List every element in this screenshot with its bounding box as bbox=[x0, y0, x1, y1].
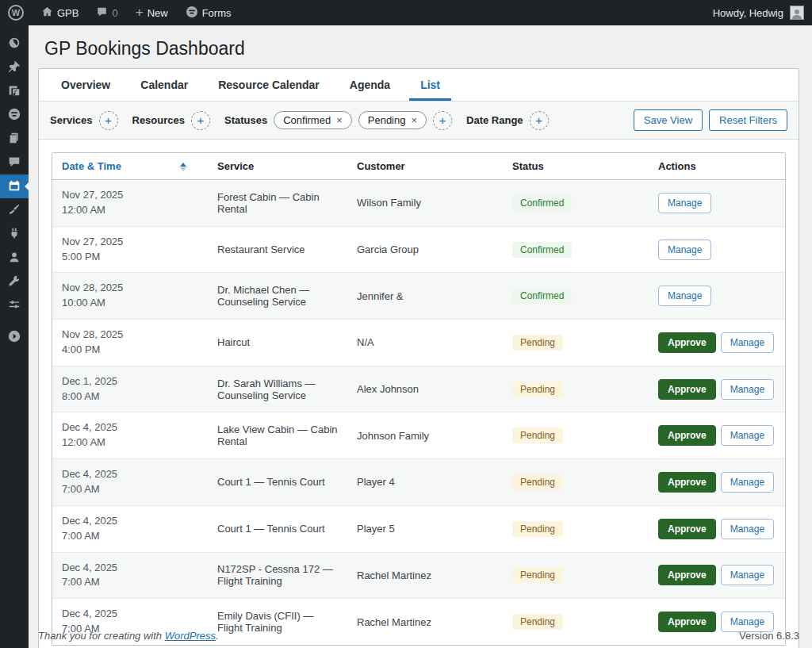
approve-button[interactable]: Approve bbox=[658, 332, 716, 353]
calendar-icon bbox=[7, 178, 21, 195]
wp-admin-bar: W GPB 0 + New Forms Howdy, Hedwig bbox=[0, 0, 812, 25]
approve-button[interactable]: Approve bbox=[658, 425, 716, 446]
approve-button[interactable]: Approve bbox=[658, 472, 716, 493]
customer-cell: Player 5 bbox=[347, 505, 503, 552]
page-title: GP Bookings Dashboard bbox=[29, 25, 812, 59]
pin-icon bbox=[7, 59, 21, 76]
services-filter-group: Services + bbox=[50, 111, 118, 130]
dashboard-icon bbox=[7, 36, 21, 52]
save-view-button[interactable]: Save View bbox=[634, 109, 703, 131]
status-badge: Confirmed bbox=[512, 242, 572, 258]
sidebar-item-pages[interactable] bbox=[0, 127, 29, 151]
add-resource-filter-button[interactable]: + bbox=[191, 111, 210, 130]
table-row: Nov 28, 20254:00 PM Haircut N/A Pending … bbox=[52, 320, 785, 366]
admin-footer: Thank you for creating with WordPress. V… bbox=[38, 630, 799, 642]
status-cell: Pending bbox=[503, 412, 649, 459]
howdy-user-menu[interactable]: Howdy, Hedwig bbox=[713, 7, 783, 19]
admin-content: GP Bookings Dashboard OverviewCalendarRe… bbox=[29, 25, 812, 648]
approve-button[interactable]: Approve bbox=[658, 519, 716, 539]
date-time-cell: Dec 1, 20258:00 AM bbox=[52, 366, 208, 412]
manage-button[interactable]: Manage bbox=[658, 286, 711, 306]
customer-cell: Garcia Group bbox=[347, 226, 503, 273]
service-cell: Dr. Sarah Williams — Counseling Service bbox=[208, 366, 347, 412]
tab-list[interactable]: List bbox=[409, 69, 451, 101]
status-badge: Confirmed bbox=[512, 195, 572, 211]
wordpress-link[interactable]: WordPress bbox=[165, 630, 216, 642]
service-cell: Court 1 — Tennis Court bbox=[208, 505, 347, 552]
column-header-service: Service bbox=[208, 153, 347, 180]
admin-sidebar bbox=[0, 25, 29, 648]
site-name-menu[interactable]: GPB bbox=[33, 0, 86, 25]
tab-agenda[interactable]: Agenda bbox=[339, 69, 401, 101]
table-row: Nov 27, 20255:00 PM Restaurant Service G… bbox=[52, 226, 785, 273]
sidebar-item-bookings-calendar[interactable] bbox=[0, 174, 29, 198]
manage-button[interactable]: Manage bbox=[721, 472, 774, 493]
service-cell: Dr. Michael Chen — Counseling Service bbox=[208, 273, 347, 320]
customer-cell: N/A bbox=[347, 320, 503, 366]
add-service-filter-button[interactable]: + bbox=[99, 111, 118, 130]
status-cell: Pending bbox=[503, 320, 649, 366]
date-time-cell: Nov 28, 20254:00 PM bbox=[52, 320, 208, 366]
chip-remove-icon[interactable]: × bbox=[411, 114, 417, 126]
filter-bar: Services + Resources + Statuses Confirme… bbox=[39, 102, 799, 140]
sidebar-item-comments[interactable] bbox=[0, 151, 29, 174]
settings-icon bbox=[7, 297, 21, 314]
user-avatar[interactable] bbox=[790, 6, 804, 20]
manage-button[interactable]: Manage bbox=[721, 519, 774, 539]
actions-cell: Manage bbox=[649, 180, 785, 227]
add-status-filter-button[interactable]: + bbox=[433, 111, 452, 130]
manage-button[interactable]: Manage bbox=[721, 332, 774, 353]
new-label: New bbox=[147, 7, 168, 19]
users-icon bbox=[7, 250, 21, 266]
resources-filter-group: Resources + bbox=[132, 111, 210, 130]
manage-button[interactable]: Manage bbox=[721, 565, 774, 585]
collapse-menu-button[interactable] bbox=[0, 325, 29, 349]
status-chip-confirmed[interactable]: Confirmed× bbox=[274, 111, 352, 129]
date-time-cell: Nov 28, 202510:00 AM bbox=[52, 273, 208, 320]
manage-button[interactable]: Manage bbox=[658, 193, 711, 213]
sidebar-item-tools[interactable] bbox=[0, 270, 29, 293]
status-cell: Confirmed bbox=[503, 180, 649, 227]
resources-filter-label: Resources bbox=[132, 114, 185, 126]
status-cell: Confirmed bbox=[503, 226, 649, 273]
customer-cell: Wilson Family bbox=[347, 180, 503, 227]
view-tabs: OverviewCalendarResource CalendarAgendaL… bbox=[39, 69, 799, 102]
customer-cell: Jennifer & bbox=[347, 273, 503, 320]
manage-button[interactable]: Manage bbox=[721, 379, 774, 400]
sidebar-item-users[interactable] bbox=[0, 246, 29, 270]
column-header-date-time[interactable]: Date & Time bbox=[52, 153, 208, 180]
status-chip-pending[interactable]: Pending× bbox=[358, 111, 427, 129]
chip-label: Confirmed bbox=[283, 114, 331, 126]
appearance-icon bbox=[7, 202, 21, 219]
sidebar-item-dashboard[interactable] bbox=[0, 32, 29, 56]
add-date-range-filter-button[interactable]: + bbox=[530, 111, 549, 130]
tab-resource-calendar[interactable]: Resource Calendar bbox=[207, 69, 331, 101]
new-content-menu[interactable]: + New bbox=[128, 0, 176, 25]
date-range-filter-label: Date Range bbox=[466, 114, 523, 126]
manage-button[interactable]: Manage bbox=[658, 240, 711, 260]
chip-remove-icon[interactable]: × bbox=[336, 114, 343, 126]
sidebar-item-settings[interactable] bbox=[0, 293, 29, 317]
forms-menu[interactable]: Forms bbox=[178, 0, 239, 25]
sidebar-item-media[interactable] bbox=[0, 79, 29, 103]
service-cell: N172SP - Cessna 172 — Flight Training bbox=[208, 552, 347, 599]
sidebar-item-posts[interactable] bbox=[0, 56, 29, 79]
table-row: Nov 28, 202510:00 AM Dr. Michael Chen — … bbox=[52, 273, 785, 320]
manage-button[interactable]: Manage bbox=[721, 425, 774, 446]
services-filter-label: Services bbox=[50, 114, 93, 126]
sidebar-item-forms[interactable] bbox=[0, 103, 29, 127]
approve-button[interactable]: Approve bbox=[658, 379, 716, 400]
service-cell: Forest Cabin — Cabin Rental bbox=[208, 180, 347, 227]
reset-filters-button[interactable]: Reset Filters bbox=[709, 109, 787, 131]
tab-overview[interactable]: Overview bbox=[50, 69, 121, 101]
table-row: Dec 4, 202512:00 AM Lake View Cabin — Ca… bbox=[52, 412, 785, 459]
service-cell: Restaurant Service bbox=[208, 226, 347, 273]
customer-cell: Rachel Martinez bbox=[347, 552, 503, 599]
sidebar-item-appearance[interactable] bbox=[0, 198, 29, 222]
comments-menu[interactable]: 0 bbox=[88, 0, 125, 25]
approve-button[interactable]: Approve bbox=[658, 565, 716, 585]
tab-calendar[interactable]: Calendar bbox=[129, 69, 199, 101]
sidebar-item-plugins[interactable] bbox=[0, 222, 29, 246]
wordpress-logo-menu[interactable]: W bbox=[0, 0, 32, 25]
date-time-cell: Nov 27, 202512:00 AM bbox=[52, 180, 208, 227]
